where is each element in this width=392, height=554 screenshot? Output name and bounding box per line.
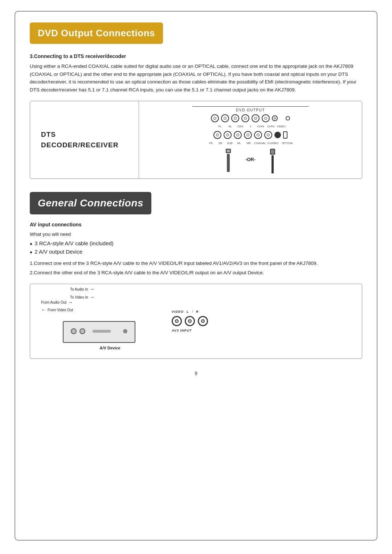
rca-sr [224,131,232,139]
av-input-area: VIDEO L / R AV3 INPUT [172,309,351,333]
bottom-connector-row [213,131,287,139]
av-input-title: AV input connections [30,221,362,229]
av-rca-l [185,316,195,326]
label-sub: SUB [226,141,234,145]
dts-label-area: DTS DECODER/RECEIVER [30,101,139,178]
av-input-labels: VIDEO L / R [172,309,199,315]
optical-head [270,149,275,155]
dvd-output-label: DVD OUTPUT [192,106,309,113]
av-diagram-box: To Audio In → To Video In → From Audio O… [30,284,362,359]
rca-crpb [252,114,260,122]
rca-sub [234,131,242,139]
step-1: 1.Connect one end of the 3 RCA-style A/V… [30,259,362,267]
device-rca-2 [79,328,85,334]
optical-cable [270,149,275,173]
coaxial-cable [226,149,231,172]
jack-small [286,116,290,120]
page-wrapper: DVD Output Connections 3.Connecting to a… [15,11,377,541]
dts-diagram-area: DVD OUTPUT FL [139,101,362,178]
label-coaxial: COAXIAL [254,141,265,145]
from-video-out-label: ← From Video Out [41,306,157,314]
rca-crpb2 [262,114,270,122]
device-rca-1 [71,328,77,334]
av-device-drawing [63,321,135,343]
to-audio-in-label: To Audio In → [70,286,94,293]
label-svideo: S-VIDEO [266,141,279,145]
rca-fl [211,114,219,122]
rca-sl [221,114,229,122]
label-sr: SR [216,141,224,145]
label-optical: OPTICAL [281,141,294,145]
disc-slot [93,330,111,333]
label-fr: FR [207,141,215,145]
rca-coaxial [264,131,272,139]
bullet-item-1: 3 RCA-style A/V cable (included) [30,239,362,248]
label-mr: MR [245,141,253,145]
cable-body [227,154,230,172]
rca-video [272,115,278,121]
dvd-header: DVD Output Connections [30,22,163,44]
label-fl: FL [216,124,224,128]
top-row-labels: FL SL CEN Y Cr/Pb Cr/Pb VIDEO [216,124,285,128]
from-audio-out-label: From Audio Out → [41,299,157,306]
dvd-section: DVD Output Connections 3.Connecting to a… [30,22,362,179]
av-device-area: To Audio In → To Video In → From Audio O… [41,291,157,351]
rca-y [241,114,249,122]
label-crpb2: Cr/Pb [267,124,275,128]
label-slash: / [192,309,193,315]
general-header: General Connections [30,192,151,214]
optical-body [271,155,274,173]
device-button [123,329,127,333]
dvd-output-panel: DVD OUTPUT FL [192,106,309,145]
av-rca-video [172,316,182,326]
label-video-in: VIDEO [172,309,184,315]
label-l-in: L [187,309,189,315]
rca-mr [254,131,262,139]
top-connector-row [211,114,290,122]
general-section: General Connections AV input connections… [30,192,362,359]
av-device-label: A/V Device [63,345,157,351]
numbered-steps: 1.Connect one end of the 3 RCA-style A/V… [30,259,362,276]
step-2: 2.Connect the other end of the 3 RCA-sty… [30,269,362,277]
label-video: VIDEO [277,124,285,128]
what-you-need: What you will need [30,231,362,238]
label-sl: SL [226,124,234,128]
label-cen: CEN [236,124,244,128]
dts-label: DTS DECODER/RECEIVER [41,130,128,150]
bullet-item-2: 2 A/V output Device [30,248,362,256]
or-label: -OR- [245,156,256,163]
rca-cen [231,114,239,122]
bullet-list: 3 RCA-style A/V cable (included) 2 A/V o… [30,239,362,256]
to-video-in-label: To Video In → [70,294,95,301]
label-crpb: Cr/Pb [257,124,265,128]
bottom-row-labels: FR SR SUB ML MR COAXIAL S-VIDEO OPTICAL [207,141,294,145]
dvd-subtitle: 3.Connecting to a DTS receiver/decoder [30,53,362,60]
optical-jack [283,131,287,139]
cables-area: -OR- [226,149,275,173]
av-connectors [172,316,208,326]
rca-fr [213,131,221,139]
dts-diagram-box: DTS DECODER/RECEIVER DVD OUTPUT [30,101,362,179]
dvd-body: Using either a RCA-ended COAXIAL cable s… [30,62,362,94]
cable-tip [226,149,231,153]
label-y: Y [246,124,254,128]
av-rca-r [198,316,208,326]
svideo-jack [274,132,281,138]
label-ml: ML [235,141,243,145]
label-r-in: R [196,309,199,315]
page-number: 9 [30,370,362,377]
rca-ml [244,131,252,139]
av3-label: AV3 INPUT [172,328,192,333]
